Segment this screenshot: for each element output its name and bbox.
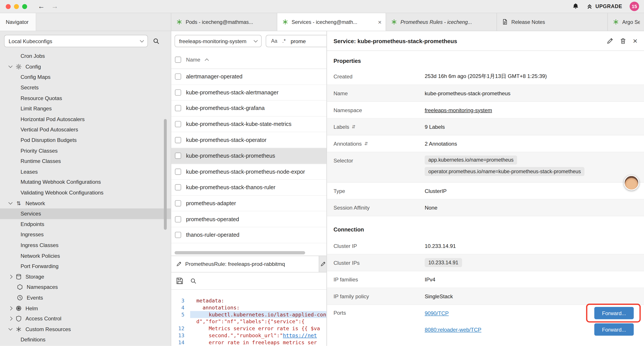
sidebar-item-endpoints[interactable]: Endpoints xyxy=(0,219,171,230)
tab-label: Release Notes xyxy=(512,19,545,25)
port-line: 9090/TCP Forward... xyxy=(424,305,644,321)
sidebar-item-helm[interactable]: Helm xyxy=(0,303,171,313)
sidebar-item-pod-disruption-budgets[interactable]: Pod Disruption Budgets xyxy=(0,135,171,145)
tab-release-notes[interactable]: Release Notes xyxy=(497,13,608,31)
forward-icon[interactable]: → xyxy=(51,2,58,10)
close-tab-icon[interactable]: × xyxy=(376,18,382,25)
sidebar-item-secrets[interactable]: Secrets xyxy=(0,82,171,93)
expander-icon[interactable]: ⇵ xyxy=(364,141,368,146)
line-number xyxy=(171,318,190,325)
tab-services[interactable]: Services - icecheng@math... × xyxy=(277,13,386,31)
kubeconfig-selector[interactable]: Local Kubeconfigs xyxy=(4,35,148,47)
sidebar-item-port-forwarding[interactable]: Port Forwarding xyxy=(0,261,171,271)
sidebar-item-ingresses[interactable]: Ingresses xyxy=(0,230,171,240)
search-icon[interactable] xyxy=(190,278,197,284)
forward-button[interactable]: Forward... xyxy=(594,307,634,319)
row-checkbox[interactable] xyxy=(175,169,181,175)
sidebar-item-horizontal-pod-autoscalers[interactable]: Horizontal Pod Autoscalers xyxy=(0,114,171,124)
zoom-window-button[interactable] xyxy=(22,4,27,9)
sidebar-item-config-maps[interactable]: Config Maps xyxy=(0,72,171,82)
sidebar-item-services[interactable]: Services xyxy=(0,209,171,219)
sidebar-item-leases[interactable]: Leases xyxy=(0,166,171,177)
expander-icon[interactable]: ⇵ xyxy=(352,124,355,129)
kubeconfig-cluster-icon xyxy=(282,19,288,25)
tab-argo[interactable]: Argo Se xyxy=(608,13,644,31)
row-checkbox[interactable] xyxy=(175,74,181,80)
floating-avatar[interactable] xyxy=(624,175,639,190)
search-input[interactable]: Aa .* prome xyxy=(266,35,326,47)
row-checkbox[interactable] xyxy=(175,105,181,111)
select-all-checkbox[interactable] xyxy=(175,57,181,63)
sidebar-item-mutating-webhook-configurations[interactable]: Mutating Webhook Configurations xyxy=(0,177,171,187)
sidebar-item-limit-ranges[interactable]: Limit Ranges xyxy=(0,103,171,114)
sidebar-item-definitions[interactable]: Definitions xyxy=(0,335,171,345)
table-row[interactable]: kube-prometheus-stack-kube-state-metrics xyxy=(171,116,326,132)
row-checkbox[interactable] xyxy=(175,89,181,95)
name-column-header[interactable]: Name xyxy=(186,57,200,63)
horizontal-scrollbar[interactable] xyxy=(174,251,305,255)
row-checkbox[interactable] xyxy=(175,200,181,206)
row-checkbox[interactable] xyxy=(175,153,181,159)
notification-count-badge[interactable]: 15 xyxy=(630,1,639,11)
sidebar-item-priority-classes[interactable]: Priority Classes xyxy=(0,145,171,156)
sidebar-item-events[interactable]: Events xyxy=(0,292,171,303)
row-checkbox[interactable] xyxy=(175,216,181,222)
sidebar-item-vertical-pod-autoscalers[interactable]: Vertical Pod Autoscalers xyxy=(0,124,171,135)
bell-icon[interactable] xyxy=(572,3,579,10)
dock-tab-next-partial[interactable] xyxy=(319,256,326,272)
port-link[interactable]: 8080:reloader-web/TCP xyxy=(424,327,481,333)
match-case-toggle[interactable]: Aa xyxy=(271,38,278,44)
sidebar-item-network[interactable]: ⇅ Network xyxy=(0,198,171,209)
sidebar-item-storage[interactable]: Storage xyxy=(0,271,171,282)
save-icon[interactable] xyxy=(176,277,184,285)
sidebar-item-namespaces[interactable]: Namespaces xyxy=(0,282,171,292)
sidebar-item-validating-webhook-configurations[interactable]: Validating Webhook Configurations xyxy=(0,187,171,198)
forward-button[interactable]: Forward... xyxy=(594,323,634,336)
close-window-button[interactable] xyxy=(6,4,10,9)
dock-tab-prometheusrule[interactable]: PrometheusRule: freeleaps-prod-rabbitmq xyxy=(171,256,319,272)
sort-ascending-icon[interactable] xyxy=(205,58,209,63)
port-link[interactable]: 9090/TCP xyxy=(424,310,449,316)
row-checkbox[interactable] xyxy=(175,232,181,238)
table-row[interactable]: kube-prometheus-stack-prometheus-node-ex… xyxy=(171,164,326,180)
yaml-editor[interactable]: 3 metadata: 4 annotations: 5 kubectl.kub… xyxy=(171,290,326,346)
table-row[interactable]: kube-prometheus-stack-grafana xyxy=(171,100,326,116)
drawer-row-annotations: Annotations⇵ 2 Annotations xyxy=(327,135,644,152)
upgrade-button[interactable]: UPGRADE xyxy=(586,3,622,9)
sidebar-item-config[interactable]: Config xyxy=(0,61,171,72)
regex-toggle[interactable]: .* xyxy=(282,38,286,44)
row-checkbox[interactable] xyxy=(175,121,181,127)
table-row-selected[interactable]: kube-prometheus-stack-prometheus xyxy=(171,148,326,164)
sidebar-item-runtime-classes[interactable]: Runtime Classes xyxy=(0,156,171,166)
edit-icon[interactable] xyxy=(606,37,613,44)
tab-prometheus-rules[interactable]: Prometheus Rules - icecheng... xyxy=(386,13,497,31)
sidebar-item-resource-quotas[interactable]: Resource Quotas xyxy=(0,93,171,103)
sidebar-item-network-policies[interactable]: Network Policies xyxy=(0,250,171,261)
namespace-selector[interactable]: freeleaps-monitoring-system xyxy=(174,35,262,47)
table-row[interactable]: kube-prometheus-stack-alertmanager xyxy=(171,85,326,100)
drawer-title: Service: kube-prometheus-stack-prometheu… xyxy=(334,37,457,44)
table-row[interactable]: kube-prometheus-stack-operator xyxy=(171,132,326,148)
table-row[interactable]: prometheus-adapter xyxy=(171,196,326,211)
sidebar-item-access-control[interactable]: Access Control xyxy=(0,313,171,324)
tab-pods[interactable]: Pods - icecheng@mathmas... xyxy=(171,13,277,31)
sidebar-item-ingress-classes[interactable]: Ingress Classes xyxy=(0,240,171,251)
row-checkbox[interactable] xyxy=(175,184,181,191)
editor-line: 5 kubectl.kubernetes.io/last-applied-con xyxy=(171,311,326,318)
sidebar-item-cron-jobs[interactable]: Cron Jobs xyxy=(0,51,171,61)
search-value: prome xyxy=(291,38,306,44)
sidebar-scrollbar[interactable] xyxy=(164,119,167,230)
back-icon[interactable]: ← xyxy=(38,2,45,10)
table-row[interactable]: kube-prometheus-stack-thanos-ruler xyxy=(171,180,326,196)
close-icon[interactable]: × xyxy=(633,37,638,44)
row-checkbox[interactable] xyxy=(175,137,181,143)
table-row[interactable]: alertmanager-operated xyxy=(171,69,326,85)
table-row[interactable]: prometheus-operated xyxy=(171,212,326,227)
namespace-link[interactable]: freeleaps-monitoring-system xyxy=(424,107,492,113)
minimize-window-button[interactable] xyxy=(14,4,19,9)
line-number: 3 xyxy=(171,297,190,304)
trash-icon[interactable] xyxy=(620,37,626,44)
sidebar-item-custom-resources[interactable]: Custom Resources xyxy=(0,324,171,335)
search-icon[interactable] xyxy=(153,37,160,44)
table-row[interactable]: thanos-ruler-operated xyxy=(171,227,326,243)
